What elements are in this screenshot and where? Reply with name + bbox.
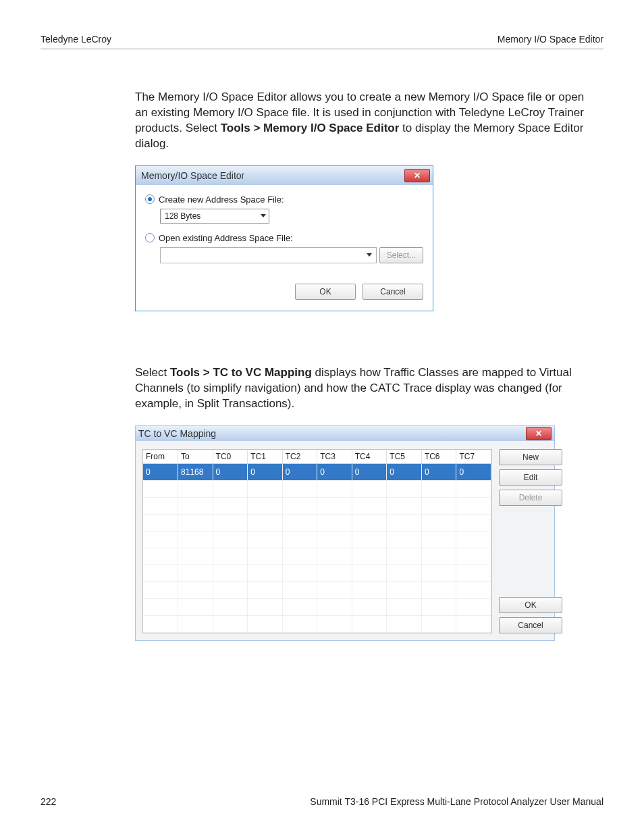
table-header[interactable]: To [178,450,213,464]
table-cell [248,598,283,615]
table-header[interactable]: TC5 [387,450,422,464]
close-icon[interactable]: ✕ [404,169,430,182]
table-cell[interactable]: 0 [421,463,456,480]
table-cell [317,565,352,581]
table-cell [317,615,352,632]
table-cell [282,615,317,632]
new-button[interactable]: New [499,449,562,465]
table-cell [387,531,422,548]
table-cell [143,531,178,548]
table-row [143,531,491,548]
size-combo[interactable]: 128 Bytes [160,209,269,224]
table-header[interactable]: TC3 [317,450,352,464]
table-row[interactable]: 08116800000000 [143,463,491,480]
table-cell [317,581,352,598]
table-cell [352,514,387,531]
radio-open-existing[interactable] [145,233,155,242]
header-left: Teledyne LeCroy [41,34,111,45]
table-cell[interactable]: 0 [143,463,178,480]
table-row [143,565,491,581]
mapping-table[interactable]: FromToTC0TC1TC2TC3TC4TC5TC6TC7 081168000… [142,449,492,633]
table-cell [387,615,422,632]
table-cell [213,548,248,565]
radio-create-new[interactable] [145,194,155,204]
table-cell [456,548,491,565]
table-cell [352,615,387,632]
table-header[interactable]: TC4 [352,450,387,464]
memory-io-space-editor-dialog: Memory/IO Space Editor ✕ Create new Addr… [135,165,433,311]
table-cell [282,581,317,598]
table-row [143,548,491,565]
table-cell[interactable]: 0 [352,463,387,480]
table-cell [387,565,422,581]
table-cell[interactable]: 0 [248,463,283,480]
cancel-button[interactable]: Cancel [499,617,562,633]
table-header[interactable]: TC0 [213,450,248,464]
table-cell [143,480,178,497]
table-cell [317,531,352,548]
table-cell [421,598,456,615]
delete-button[interactable]: Delete [499,490,562,506]
para2-pre: Select [135,366,170,379]
table-cell [178,615,213,632]
close-icon[interactable]: ✕ [526,427,552,440]
page-number: 222 [41,796,56,807]
table-cell [143,565,178,581]
table-cell [387,497,422,514]
table-cell[interactable]: 0 [213,463,248,480]
table-cell [352,548,387,565]
table-cell [178,480,213,497]
table-row [143,581,491,598]
table-cell[interactable]: 0 [456,463,491,480]
table-cell [456,497,491,514]
dialog-title: TC to VC Mapping [138,428,216,439]
table-cell [178,565,213,581]
table-cell [282,531,317,548]
dialog-titlebar[interactable]: TC to VC Mapping ✕ [136,426,554,441]
table-cell[interactable]: 0 [387,463,422,480]
table-header[interactable]: TC1 [248,450,283,464]
table-cell [352,581,387,598]
dialog-titlebar[interactable]: Memory/IO Space Editor ✕ [136,166,433,185]
select-file-button[interactable]: Select... [379,247,423,263]
table-cell [456,514,491,531]
cancel-button[interactable]: Cancel [363,284,423,300]
table-cell [387,480,422,497]
table-cell [282,514,317,531]
table-row [143,480,491,497]
size-combo-value: 128 Bytes [165,211,200,221]
table-cell [352,480,387,497]
table-row [143,615,491,632]
table-cell [178,581,213,598]
table-header[interactable]: From [143,450,178,464]
table-cell [143,598,178,615]
table-cell [213,565,248,581]
table-cell [178,598,213,615]
para2-bold: Tools > TC to VC Mapping [170,366,312,379]
ok-button[interactable]: OK [295,284,356,300]
table-header[interactable]: TC6 [421,450,456,464]
table-cell [143,615,178,632]
table-cell [213,598,248,615]
dialog-title: Memory/IO Space Editor [141,170,244,181]
table-cell [248,531,283,548]
paragraph-2: Select Tools > TC to VC Mapping displays… [135,365,590,412]
table-cell [213,581,248,598]
table-cell [282,565,317,581]
table-cell[interactable]: 0 [282,463,317,480]
table-header[interactable]: TC7 [456,450,491,464]
edit-button[interactable]: Edit [499,469,562,486]
table-cell [282,497,317,514]
table-header[interactable]: TC2 [282,450,317,464]
file-path-combo[interactable] [160,247,377,263]
table-cell [456,598,491,615]
table-cell [387,514,422,531]
table-cell [143,581,178,598]
table-cell [352,497,387,514]
table-cell[interactable]: 81168 [178,463,213,480]
label-create-new: Create new Address Space File: [159,194,284,205]
ok-button[interactable]: OK [499,597,562,613]
table-cell[interactable]: 0 [317,463,352,480]
table-cell [352,531,387,548]
chevron-down-icon [261,214,266,217]
